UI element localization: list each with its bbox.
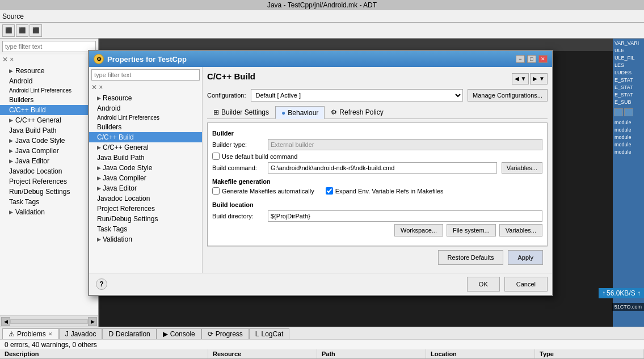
maximize-button[interactable]: □ [527,55,536,63]
dialog-tree-android[interactable]: Android [89,103,202,113]
tab-refresh-policy[interactable]: ⚙ Refresh Policy [325,106,389,119]
dialog-tree-cpp-general[interactable]: ▶ C/C++ General [89,142,202,153]
cancel-button[interactable]: Cancel [504,277,548,292]
dialog-filter-input[interactable] [91,69,200,81]
filter-input[interactable] [2,41,96,52]
config-dropdown[interactable]: Default [ Active ] [251,89,464,102]
generate-makefiles-checkbox[interactable] [212,187,220,195]
tree-arrow: ▶ [9,209,13,215]
toolbar-btn-2[interactable]: ⬛ [16,24,28,37]
bottom-tab-progress[interactable]: ⟳ Progress [201,328,249,339]
status-text: 0 errors, 40 warnings, 0 others [5,341,97,349]
variables-button-2[interactable]: Variables... [499,224,542,236]
manage-configurations-button[interactable]: Manage Configurations... [468,89,548,102]
build-command-label: Build command: [212,164,263,171]
tree-item-builders[interactable]: Builders [0,95,98,105]
dialog-tree-task-tags[interactable]: Task Tags [89,224,202,234]
bottom-tab-problems[interactable]: ⚠ Problems ✕ [2,328,59,339]
close-button[interactable]: ✕ [538,55,548,63]
help-button[interactable]: ? [96,278,107,290]
watermark: 51CTO.com [612,303,644,311]
variables-button-1[interactable]: Variables... [502,162,542,174]
tree-arrow-icon: ▶ [97,185,101,191]
module-label: module [614,141,643,148]
scrollbar-area[interactable]: ◀ ▶ [0,315,98,327]
build-command-input[interactable] [268,162,497,174]
workspace-button[interactable]: Workspace... [394,224,443,236]
scroll-left[interactable]: ◀ [1,317,10,326]
tree-arrow-icon: ▶ [97,175,101,181]
tab-javadoc-label: Javadoc [71,330,96,338]
tree-item-label: Run/Debug Settings [97,215,158,223]
toolbar-btn-3[interactable]: ⬛ [30,24,42,37]
dialog-tree-android-lint[interactable]: Android Lint Preferences [89,113,202,122]
filter-clear-icon[interactable]: ✕ × [91,83,103,91]
tree-label: Javadoc Location [9,167,62,175]
section-header: C/C++ Build [207,71,255,81]
scroll-right[interactable]: ▶ [88,317,97,326]
tab-behaviour[interactable]: ● Behaviour [275,106,325,119]
build-directory-row: Build directory: [212,210,542,222]
tab-close-icon[interactable]: ✕ [48,331,53,337]
tree-arrow-icon: ▶ [97,236,101,242]
dialog-tree-builders[interactable]: Builders [89,122,202,132]
dialog-tree-project-refs[interactable]: Project References [89,204,202,214]
dialog-tree-java-code-style[interactable]: ▶ Java Code Style [89,163,202,173]
tree-label: C/C++ Build [9,106,46,114]
dialog-tree-cpp-build[interactable]: C/C++ Build [89,132,202,142]
minimize-button[interactable]: − [516,55,525,63]
tree-item-cpp-build[interactable]: C/C++ Build [0,105,98,115]
right-ctrl-1[interactable] [614,108,623,116]
bottom-tab-logcat[interactable]: L LogCat [249,328,289,339]
col-description: Description [0,349,208,358]
bottom-tab-declaration[interactable]: D Declaration [102,328,156,339]
tree-item-cpp-general[interactable]: ▶ C/C++ General [0,115,98,125]
nav-back-button[interactable]: ◀ ▼ [512,73,529,85]
tab-builder-settings[interactable]: ⊞ Builder Settings [207,106,275,119]
tree-item-java-compiler[interactable]: ▶ Java Compiler [0,146,98,156]
dialog-tree-java-build[interactable]: Java Build Path [89,153,202,163]
ok-button[interactable]: OK [467,277,500,292]
speed-badge: ↑ 56.0KB/S ↑ [599,288,644,298]
tree-item-label: Java Build Path [97,154,144,162]
bottom-tab-console[interactable]: ▶ Console [157,328,201,339]
filter-x-icon[interactable]: ✕ × [2,56,14,64]
dialog-titlebar: ⚙ Properties for TestCpp − □ ✕ [89,51,552,67]
tree-label: Resource [15,67,44,75]
build-directory-input[interactable] [268,210,542,222]
apply-button[interactable]: Apply [508,250,543,265]
tree-item-java-build[interactable]: Java Build Path [0,125,98,136]
dialog-tree-java-editor[interactable]: ▶ Java Editor [89,183,202,193]
expand-env-checkbox[interactable] [326,187,333,195]
tree-item-java-editor[interactable]: ▶ Java Editor [0,156,98,166]
tree-item-validation[interactable]: ▶ Validation [0,207,98,217]
menu-item-source[interactable]: Source [2,12,24,20]
dialog-tree-run-debug[interactable]: Run/Debug Settings [89,214,202,224]
right-label: LES [614,62,643,69]
tree-item-javadoc[interactable]: Javadoc Location [0,166,98,176]
tree-item-task-tags[interactable]: Task Tags [0,197,98,207]
nav-forward-button[interactable]: ▶ ▼ [530,73,548,85]
restore-defaults-button[interactable]: Restore Defaults [438,250,504,265]
tree-item-java-code-style[interactable]: ▶ Java Code Style [0,136,98,146]
dialog-tree-resource[interactable]: ▶ Resource [89,93,202,103]
tree-item-label: Java Compiler [103,174,146,182]
dialog-tree-java-compiler[interactable]: ▶ Java Compiler [89,173,202,183]
file-system-button[interactable]: File system... [447,224,496,236]
use-default-checkbox[interactable] [212,153,220,160]
dialog-tree-javadoc[interactable]: Javadoc Location [89,193,202,204]
right-ctrl-2[interactable] [624,108,633,116]
tree-item-android[interactable]: Android [0,76,98,86]
bottom-tab-javadoc[interactable]: J Javadoc [59,328,103,339]
dialog-tree-validation[interactable]: ▶ Validation [89,234,202,244]
tree-item-resource[interactable]: ▶ Resource [0,66,98,76]
scrollbar-track[interactable] [10,319,88,324]
build-location-label: Build location [212,201,542,208]
tree-item-run-debug[interactable]: Run/Debug Settings [0,187,98,197]
tree-item-label: Javadoc Location [97,195,150,202]
tree-item-project-refs[interactable]: Project References [0,176,98,187]
tree-label: Java Compiler [15,147,59,155]
tree-item-android-lint[interactable]: Android Lint Preferences [0,86,98,95]
toolbar-btn-1[interactable]: ⬛ [2,24,15,37]
tree-item-label: C/C++ Build [97,133,134,141]
